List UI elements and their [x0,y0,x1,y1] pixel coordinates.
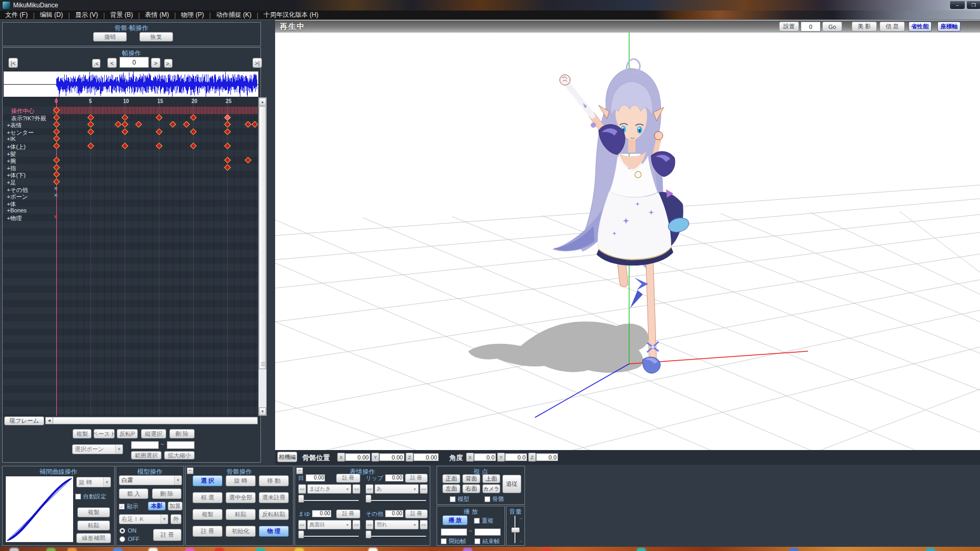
model-select-dropdown[interactable]: 白露▼ [119,475,182,485]
taskbar-icon[interactable] [9,548,19,551]
redo-button[interactable]: 恢复 [139,32,173,42]
view-camera-button[interactable]: カメラ [482,484,500,493]
taskbar-icon[interactable] [637,548,646,551]
external-button[interactable]: 外 [170,514,181,524]
taskbar-icon[interactable] [789,548,799,551]
keyframe-timeline[interactable]: 0510152025操作中心表示?IK?外親+表情+センター+IK+体(上)+髪… [3,97,258,416]
physics-on-radio[interactable]: ON [119,527,137,534]
play-to-input[interactable] [474,528,501,536]
timeline-horizontal-scrollbar[interactable]: ◀ [45,417,258,424]
go-frame-input[interactable]: 0 [801,22,821,32]
maximize-button[interactable]: ❐ [966,1,980,9]
morph-dropdown[interactable]: まばたき▼ [307,484,351,494]
frame-number-input[interactable]: 0 [119,57,149,68]
eco-mode-button[interactable]: 省性能 [908,22,932,32]
morph-slider[interactable] [366,530,426,538]
curve-copy-button[interactable]: 複製 [77,507,110,517]
view-follow-button[interactable]: 追従 [502,475,521,493]
frame-next-button[interactable]: > [151,58,160,68]
self-shadow-button[interactable]: 本影 [148,502,166,511]
taskbar-icon[interactable] [256,548,265,551]
edit-button-2[interactable]: ペースト [94,429,115,438]
bone-op-button-3[interactable]: 移 動 [259,475,289,486]
volume-slider[interactable] [511,527,520,533]
taskbar-icon[interactable] [67,548,77,551]
scroll-up-icon[interactable]: ▲ [259,98,266,106]
menu-item-7[interactable]: 动作捕捉 (K) [211,11,257,19]
bone-op-button-10[interactable]: 註 冊 [193,526,223,537]
menu-item-5[interactable]: 表情 (M) [140,11,174,19]
pos-z-input[interactable]: 0.00 [413,453,439,461]
repeat-checkbox[interactable]: 重複 [474,517,493,525]
menu-item-1[interactable]: 文件 (F) [0,11,33,19]
morph-register-button[interactable]: 註 冊 [405,509,428,518]
additive-button[interactable]: 加算 [168,502,183,511]
pos-y-input[interactable]: 0.00 [379,453,405,461]
frame-prev-key-button[interactable]: .< [92,59,100,68]
pos-x-input[interactable]: 0.00 [345,453,370,461]
view-bone-checkbox[interactable]: 骨骼 [484,495,504,503]
range-select-button[interactable]: 範囲選択 [131,451,161,460]
scroll-down-icon[interactable]: ▼ [259,407,266,415]
linear-interp-button[interactable]: 線形補間 [76,533,111,543]
morph-prev-button[interactable]: << [366,520,373,529]
model-load-button[interactable]: 載 入 [119,488,148,499]
view-right-button[interactable]: 右面 [462,484,480,493]
taskbar-icon[interactable] [113,548,123,551]
timeline-row-label[interactable]: +IK [7,136,16,142]
slider-thumb[interactable] [366,530,371,538]
morph-prev-button[interactable]: << [298,520,306,529]
taskbar-icon[interactable] [46,548,56,551]
slider-thumb[interactable] [298,530,304,538]
current-frame-button[interactable]: 現フレーム [4,416,44,425]
range-to-input[interactable] [167,441,195,449]
morph-value-input[interactable]: 0.00 [385,510,403,517]
zoom-scale-button[interactable]: 拡大縮小 [164,451,195,460]
frame-prev-button[interactable]: < [107,58,117,68]
morph-next-button[interactable]: >> [352,520,360,529]
scroll-left-icon[interactable]: ◀ [46,417,53,424]
morph-prev-button[interactable]: << [366,484,373,494]
morph-value-input[interactable]: 0.00 [306,474,325,482]
morph-register-button[interactable]: 註 冊 [405,474,428,483]
bone-op-button-4[interactable]: 框 選 [193,492,223,503]
taskbar-icon[interactable] [542,548,551,551]
angle-x-input[interactable]: 0.0 [474,453,496,461]
slider-thumb[interactable] [366,495,371,503]
morph-next-button[interactable]: >> [352,484,360,494]
slider-thumb[interactable] [298,495,304,503]
bone-op-button-8[interactable]: 粘貼 [226,509,256,520]
angle-y-input[interactable]: 0.0 [505,453,527,461]
menu-item-2[interactable]: 编辑 (D) [35,11,68,19]
auto-set-checkbox[interactable]: 自動設定 [75,493,106,501]
start-frame-checkbox[interactable]: 開始帧 [441,537,466,545]
light-shadow-button[interactable]: 美 影 [852,22,877,32]
view-top-button[interactable]: 上面 [482,474,500,483]
morph-register-button[interactable]: 註 冊 [336,474,360,483]
go-button[interactable]: Go [822,22,842,32]
morph-prev-button[interactable]: << [298,484,306,494]
model-register-button[interactable]: 註 冊 [153,529,181,541]
edit-button-3[interactable]: 反転P [117,429,138,438]
play-from-input[interactable] [441,528,467,536]
menu-item-3[interactable]: 显示 (V) [70,11,103,19]
frame-last-button[interactable]: >| [252,58,262,68]
bone-op-button-2[interactable]: 旋 轉 [226,475,256,486]
keyframe-x-mark[interactable]: ✕ [54,192,58,198]
angle-z-input[interactable]: 0.0 [536,453,558,461]
bone-select-dropdown[interactable]: 右足ＩＫ▼ [119,514,168,524]
interpolation-curve[interactable] [6,476,73,542]
info-button[interactable]: 信 息 [880,22,905,32]
taskbar-icon[interactable] [368,548,378,551]
set-button[interactable]: 設置 [779,22,799,32]
bone-op-button-6[interactable]: 選未註冊 [259,492,289,503]
view-back-button[interactable]: 背面 [462,474,480,483]
model-delete-button[interactable]: 刪 除 [152,488,181,499]
coordinate-axis-button[interactable]: 座標軸 [937,22,961,32]
bone-op-button-11[interactable]: 初始化 [226,526,256,537]
bone-op-button-9[interactable]: 反転粘貼 [259,509,289,520]
frame-next-key-button[interactable]: >. [164,59,173,68]
curve-paste-button[interactable]: 粘貼 [77,521,110,530]
view-front-button[interactable]: 正面 [442,474,460,483]
menu-item-8[interactable]: 十周年汉化版本 (H) [258,11,324,19]
